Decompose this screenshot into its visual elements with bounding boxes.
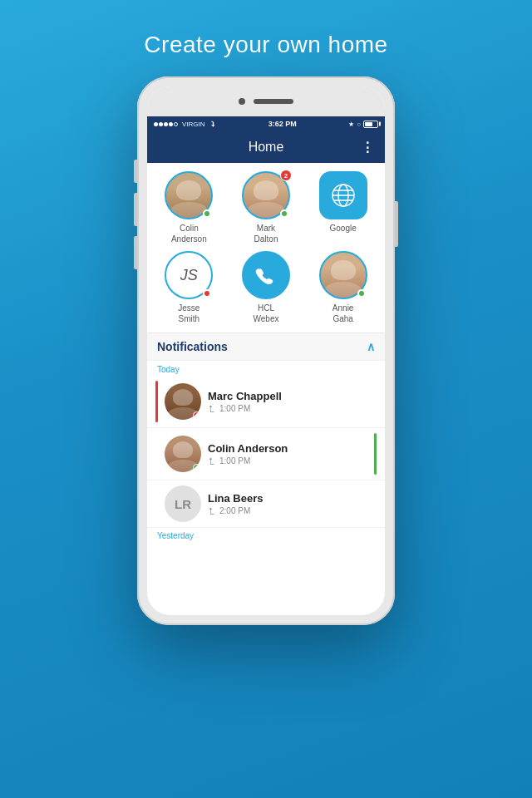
wifi-icon: ⮯ — [209, 120, 217, 128]
google-globe-icon — [319, 171, 367, 219]
initials-jesse: JS — [180, 267, 198, 284]
notif-item-colin[interactable]: Colin Anderson ⮤ 1:00 PM — [147, 428, 385, 480]
carrier-info: VIRGIN ⮯ — [154, 120, 217, 128]
notif-time-row-lina: ⮤ 2:00 PM — [208, 506, 377, 515]
notif-time-marc: 1:00 PM — [219, 404, 250, 413]
contact-label-webex: HCLWebex — [254, 303, 279, 324]
page-headline: Create your own home — [144, 32, 387, 58]
status-right: ★ ○ — [348, 121, 378, 128]
signal-dot-4 — [169, 122, 173, 126]
notif-avatar-lina: LR — [165, 485, 201, 522]
notif-name-colin: Colin Anderson — [208, 442, 367, 455]
notif-item-marc[interactable]: Marc Chappell ⮤ 1:00 PM — [147, 376, 385, 428]
notif-time-icon-lina: ⮤ — [208, 506, 216, 515]
notif-right-bar-colin — [374, 433, 377, 475]
notif-left-bar-marc — [155, 381, 158, 422]
badge-mark: 2 — [280, 170, 292, 181]
signal-dot-1 — [154, 122, 158, 126]
battery-fill — [365, 122, 372, 126]
notif-time-lina: 2:00 PM — [219, 506, 250, 515]
avatar-wrap-webex — [242, 251, 290, 299]
notif-time-colin: 1:00 PM — [219, 456, 250, 466]
battery-icon — [363, 121, 378, 128]
status-bar: VIRGIN ⮯ 3:62 PM ★ ○ — [147, 116, 385, 131]
status-dot-jesse — [203, 289, 211, 298]
notif-content-colin: Colin Anderson ⮤ 1:00 PM — [208, 442, 367, 466]
notif-time-row-colin: ⮤ 1:00 PM — [208, 456, 367, 466]
contact-label-mark: MarkDalton — [254, 223, 278, 244]
nav-bar: Home ⋮ — [147, 131, 385, 163]
notif-item-lina[interactable]: LR Lina Beers ⮤ 2:00 PM — [147, 480, 385, 528]
signal-dots — [154, 122, 178, 126]
contact-mark-dalton[interactable]: 2 MarkDalton — [231, 171, 302, 244]
head-annie — [331, 260, 356, 280]
status-time: 3:62 PM — [268, 120, 297, 128]
phone-svg — [254, 263, 278, 288]
contact-google[interactable]: Google — [308, 171, 378, 244]
phone-shell: VIRGIN ⮯ 3:62 PM ★ ○ Home ⋮ — [137, 76, 395, 625]
phone-button-power — [395, 201, 398, 247]
notif-avatar-marc — [165, 383, 201, 420]
phone-screen: VIRGIN ⮯ 3:62 PM ★ ○ Home ⋮ — [147, 86, 385, 615]
notif-dot-colin — [193, 464, 200, 471]
head-mark — [254, 180, 278, 200]
notifications-section: Notifications ∧ Today Mar — [147, 332, 385, 615]
contact-label-colin: ColinAnderson — [171, 223, 207, 244]
nav-title: Home — [249, 140, 284, 155]
phone-button-mute — [134, 160, 137, 183]
phone-button-vol-down — [134, 236, 137, 269]
avatar-wrap-mark: 2 — [242, 171, 290, 219]
phone-button-vol-up — [134, 193, 137, 226]
globe-svg — [330, 182, 357, 209]
body-colin — [171, 202, 207, 218]
signal-dot-3 — [164, 122, 168, 126]
body-annie — [325, 282, 361, 298]
contact-hcl-webex[interactable]: HCLWebex — [231, 251, 302, 324]
notif-time-icon-colin: ⮤ — [208, 456, 216, 466]
notif-time-row-marc: ⮤ 1:00 PM — [208, 404, 377, 413]
status-dot-colin — [203, 209, 211, 218]
head-notif-marc — [173, 389, 193, 406]
notif-name-marc: Marc Chappell — [208, 390, 377, 402]
yesterday-label: Yesterday — [147, 528, 385, 542]
avatar-wrap-colin — [165, 171, 213, 219]
alarm-icon: ○ — [357, 121, 361, 128]
signal-dot-5 — [174, 122, 178, 126]
avatar-wrap-jesse: JS — [165, 251, 213, 299]
signal-dot-2 — [159, 122, 163, 126]
notif-avatar-colin — [165, 436, 201, 472]
notifications-header[interactable]: Notifications ∧ — [147, 333, 385, 361]
chevron-up-icon: ∧ — [367, 340, 375, 353]
head-notif-colin — [173, 441, 193, 458]
bluetooth-icon: ★ — [348, 121, 354, 128]
notif-name-lina: Lina Beers — [208, 492, 377, 505]
notif-content-marc: Marc Chappell ⮤ 1:00 PM — [208, 390, 377, 413]
avatar-wrap-google — [319, 171, 367, 219]
app-grid: ColinAnderson 2 MarkDalton — [147, 163, 385, 332]
webex-phone-icon — [242, 251, 290, 299]
status-dot-mark — [280, 209, 288, 218]
body-mark — [248, 202, 283, 218]
contact-label-google: Google — [330, 223, 357, 234]
notif-content-lina: Lina Beers ⮤ 2:00 PM — [208, 492, 377, 515]
carrier-name: VIRGIN — [182, 121, 205, 128]
notifications-list: Today Marc Chappell ⮤ — [147, 361, 385, 615]
contact-annie-gaha[interactable]: AnnieGaha — [308, 251, 378, 324]
status-dot-annie — [357, 289, 366, 298]
contact-label-annie: AnnieGaha — [332, 303, 354, 324]
head-colin — [176, 180, 201, 200]
contact-colin-anderson[interactable]: ColinAnderson — [154, 171, 224, 244]
initials-lina: LR — [175, 497, 191, 511]
notifications-title: Notifications — [157, 340, 228, 353]
contact-jesse-smith[interactable]: JS JesseSmith — [154, 251, 224, 324]
today-label: Today — [147, 361, 385, 376]
phone-top-bar — [147, 86, 385, 116]
nav-menu-button[interactable]: ⋮ — [361, 140, 375, 155]
notif-time-icon-marc: ⮤ — [208, 404, 216, 413]
notif-dot-marc — [193, 411, 200, 419]
contact-label-jesse: JesseSmith — [178, 303, 200, 324]
phone-camera — [239, 98, 245, 105]
avatar-wrap-annie — [319, 251, 367, 299]
phone-speaker — [254, 99, 293, 104]
